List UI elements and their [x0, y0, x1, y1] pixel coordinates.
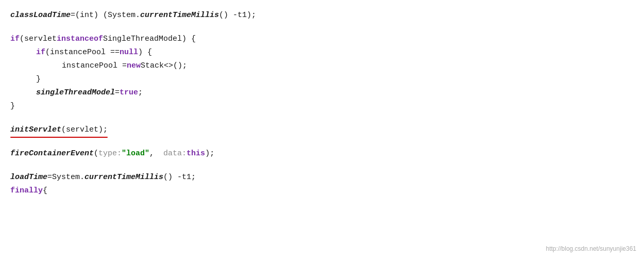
code-line-8: initServlet(servlet); [10, 124, 634, 137]
code-line-9: fireContainerEvent( type: "load", data: … [10, 148, 634, 161]
code-line-4: instancePool = new Stack<>(); [62, 60, 634, 73]
code-line-empty-4 [10, 161, 634, 171]
code-line-10: loadTime=System.currentTimeMillis() -t1; [10, 171, 634, 185]
code-line-7: } [10, 100, 634, 114]
code-text: classLoadTime=(int) (System.currentTimeM… [10, 9, 256, 22]
underlined-code: initServlet(servlet); [10, 124, 108, 136]
code-line-3: if (instancePool == null) { [36, 46, 634, 60]
watermark: http://blog.csdn.net/sunyunjie361 [546, 244, 636, 254]
code-container: classLoadTime=(int) (System.currentTimeM… [0, 0, 644, 258]
code-line-empty-1 [10, 23, 634, 33]
code-line-empty-2 [10, 114, 634, 124]
code-line-empty-3 [10, 137, 634, 148]
code-line-11: finally { [10, 185, 634, 198]
code-line-6: singleThreadModel = true; [36, 87, 634, 100]
code-line-1: classLoadTime=(int) (System.currentTimeM… [10, 9, 634, 23]
code-line-5: } [36, 73, 634, 87]
code-line-2: if (servlet instanceof SingleThreadModel… [10, 33, 634, 46]
